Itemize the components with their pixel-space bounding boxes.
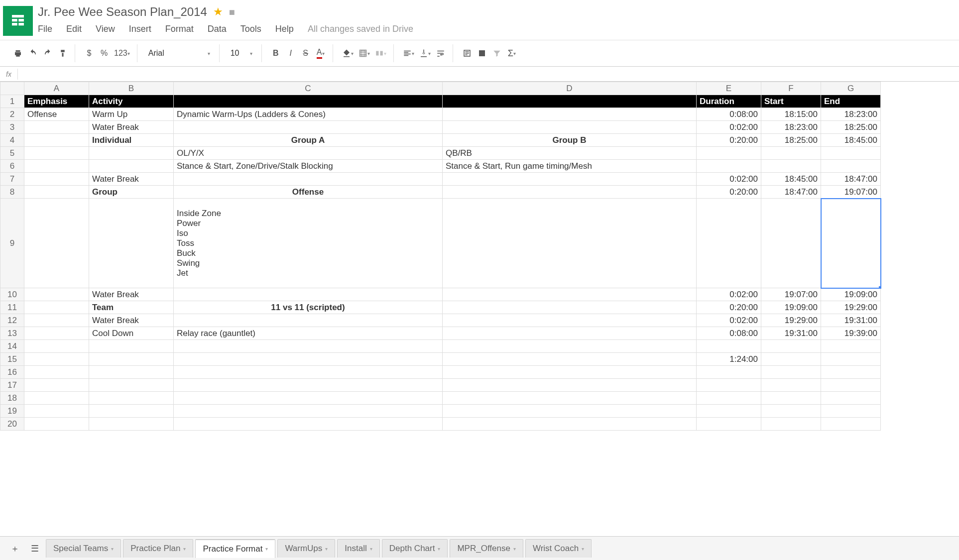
- col-header-C[interactable]: C: [174, 82, 443, 95]
- sheet-tab-warmups[interactable]: WarmUps▾: [277, 539, 335, 558]
- cell-D4[interactable]: Group B: [443, 134, 697, 147]
- cell-D17[interactable]: [443, 379, 697, 392]
- cell-A12[interactable]: [24, 314, 89, 327]
- cell-F18[interactable]: [761, 392, 821, 405]
- formula-input[interactable]: [17, 69, 953, 80]
- cell-C7[interactable]: [174, 173, 443, 186]
- cell-B11[interactable]: Team: [89, 301, 174, 314]
- cell-F14[interactable]: [761, 340, 821, 353]
- cell-E4[interactable]: 0:20:00: [697, 134, 761, 147]
- cell-B12[interactable]: Water Break: [89, 314, 174, 327]
- cell-F16[interactable]: [761, 366, 821, 379]
- cell-G15[interactable]: [821, 353, 881, 366]
- cell-E5[interactable]: [697, 147, 761, 160]
- col-header-A[interactable]: A: [24, 82, 89, 95]
- cell-B16[interactable]: [89, 366, 174, 379]
- borders-icon[interactable]: ▾: [357, 46, 372, 60]
- cell-D2[interactable]: [443, 108, 697, 121]
- cell-D14[interactable]: [443, 340, 697, 353]
- print-icon[interactable]: [11, 46, 25, 60]
- col-header-G[interactable]: G: [821, 82, 881, 95]
- row-header-14[interactable]: 14: [0, 340, 24, 353]
- italic-button[interactable]: I: [284, 46, 298, 60]
- cell-A11[interactable]: [24, 301, 89, 314]
- cell-G2[interactable]: 18:23:00: [821, 108, 881, 121]
- row-header-11[interactable]: 11: [0, 301, 24, 314]
- cell-C19[interactable]: [174, 405, 443, 418]
- wrap-text-icon[interactable]: [434, 46, 448, 60]
- col-header-B[interactable]: B: [89, 82, 174, 95]
- cell-B14[interactable]: [89, 340, 174, 353]
- h-align-icon[interactable]: ▾: [401, 46, 416, 60]
- row-header-13[interactable]: 13: [0, 327, 24, 340]
- cell-F5[interactable]: [761, 147, 821, 160]
- cell-D12[interactable]: [443, 314, 697, 327]
- cell-F7[interactable]: 18:45:00: [761, 173, 821, 186]
- cell-C16[interactable]: [174, 366, 443, 379]
- cell-E8[interactable]: 0:20:00: [697, 186, 761, 199]
- cell-C13[interactable]: Relay race (gauntlet): [174, 327, 443, 340]
- cell-C18[interactable]: [174, 392, 443, 405]
- cell-E10[interactable]: 0:02:00: [697, 288, 761, 301]
- strike-button[interactable]: S: [299, 46, 313, 60]
- cell-B7[interactable]: Water Break: [89, 173, 174, 186]
- cell-C12[interactable]: [174, 314, 443, 327]
- cell-E15[interactable]: 1:24:00: [697, 353, 761, 366]
- row-header-3[interactable]: 3: [0, 121, 24, 134]
- menu-file[interactable]: File: [38, 24, 52, 34]
- cell-G3[interactable]: 18:25:00: [821, 121, 881, 134]
- col-header-F[interactable]: F: [761, 82, 821, 95]
- select-all-corner[interactable]: [0, 82, 24, 95]
- insert-chart-icon[interactable]: [475, 46, 489, 60]
- cell-C6[interactable]: Stance & Start, Zone/Drive/Stalk Blockin…: [174, 160, 443, 173]
- cell-C20[interactable]: [174, 418, 443, 431]
- cell-E20[interactable]: [697, 418, 761, 431]
- cell-A3[interactable]: [24, 121, 89, 134]
- cell-A10[interactable]: [24, 288, 89, 301]
- cell-E3[interactable]: 0:02:00: [697, 121, 761, 134]
- cell-D8[interactable]: [443, 186, 697, 199]
- cell-F17[interactable]: [761, 379, 821, 392]
- cell-G8[interactable]: 19:07:00: [821, 186, 881, 199]
- cell-E2[interactable]: 0:08:00: [697, 108, 761, 121]
- bold-button[interactable]: B: [269, 46, 283, 60]
- cell-G18[interactable]: [821, 392, 881, 405]
- cell-F20[interactable]: [761, 418, 821, 431]
- cell-E13[interactable]: 0:08:00: [697, 327, 761, 340]
- cell-B2[interactable]: Warm Up: [89, 108, 174, 121]
- cell-G14[interactable]: [821, 340, 881, 353]
- row-header-6[interactable]: 6: [0, 160, 24, 173]
- format-number[interactable]: 123 ▾: [112, 46, 132, 60]
- cell-C5[interactable]: OL/Y/X: [174, 147, 443, 160]
- cell-B6[interactable]: [89, 160, 174, 173]
- row-header-8[interactable]: 8: [0, 186, 24, 199]
- undo-icon[interactable]: [26, 46, 40, 60]
- cell-F9[interactable]: [761, 199, 821, 288]
- cell-C4[interactable]: Group A: [174, 134, 443, 147]
- cell-F3[interactable]: 18:23:00: [761, 121, 821, 134]
- sheet-tab-wrist-coach[interactable]: Wrist Coach▾: [525, 539, 592, 558]
- cell-G16[interactable]: [821, 366, 881, 379]
- cell-B13[interactable]: Cool Down: [89, 327, 174, 340]
- cell-F12[interactable]: 19:29:00: [761, 314, 821, 327]
- cell-A19[interactable]: [24, 405, 89, 418]
- cell-A20[interactable]: [24, 418, 89, 431]
- cell-C8[interactable]: Offense: [174, 186, 443, 199]
- cell-F13[interactable]: 19:31:00: [761, 327, 821, 340]
- cell-D19[interactable]: [443, 405, 697, 418]
- cell-D16[interactable]: [443, 366, 697, 379]
- cell-E14[interactable]: [697, 340, 761, 353]
- all-sheets-button[interactable]: ☰: [26, 540, 44, 558]
- row-header-10[interactable]: 10: [0, 288, 24, 301]
- cell-G1[interactable]: End: [821, 95, 881, 108]
- menu-edit[interactable]: Edit: [66, 24, 82, 34]
- cell-B15[interactable]: [89, 353, 174, 366]
- row-header-9[interactable]: 9: [0, 199, 24, 288]
- sheet-tab-install[interactable]: Install▾: [337, 539, 379, 558]
- cell-A18[interactable]: [24, 392, 89, 405]
- format-percent[interactable]: %: [97, 46, 111, 60]
- cell-D18[interactable]: [443, 392, 697, 405]
- cell-B5[interactable]: [89, 147, 174, 160]
- cell-C1[interactable]: [174, 95, 443, 108]
- cell-F19[interactable]: [761, 405, 821, 418]
